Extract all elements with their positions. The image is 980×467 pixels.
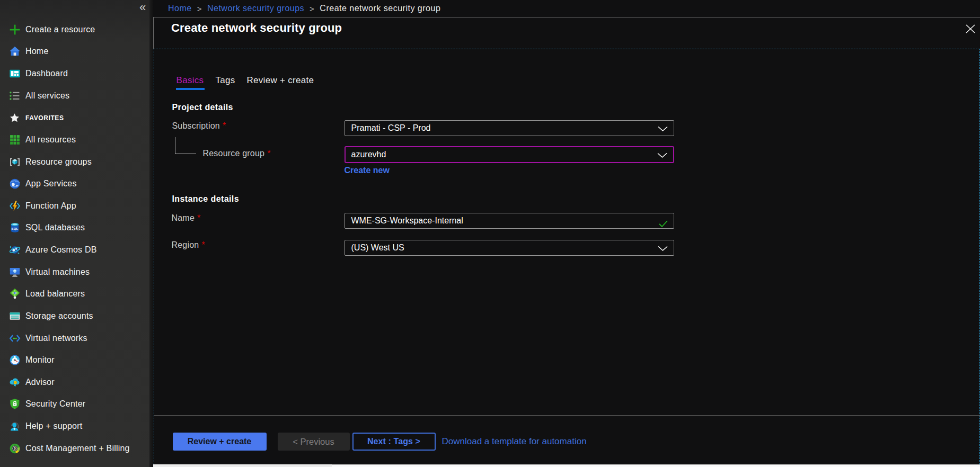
svg-text:$: $ — [14, 446, 16, 451]
svg-text:SQL: SQL — [12, 227, 19, 230]
